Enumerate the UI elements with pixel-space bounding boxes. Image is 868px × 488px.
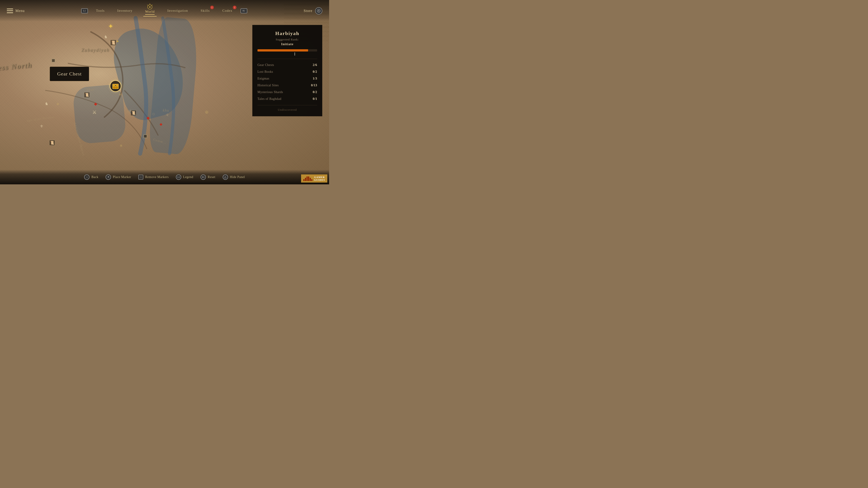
nav-investigation[interactable]: Investigation — [161, 7, 194, 14]
gg-bar-6 — [311, 179, 312, 181]
mysterious-shards-value: 0/2 — [313, 90, 317, 94]
nav-world-label: World — [145, 10, 155, 15]
gg-bar-3 — [307, 176, 308, 181]
gear-chest-marker[interactable] — [110, 80, 121, 92]
reset-action[interactable]: R3 Reset — [200, 174, 215, 180]
progress-fill — [257, 49, 308, 52]
nav-tools[interactable]: Tools — [90, 7, 111, 14]
compass-star-icon: ✦ — [108, 23, 113, 30]
hide-panel-label: Hide Panel — [230, 175, 245, 179]
svg-rect-12 — [115, 85, 116, 86]
store-section[interactable]: Store — [304, 7, 322, 14]
progress-marker — [294, 53, 295, 56]
nav-codex[interactable]: ! Codex — [216, 7, 239, 14]
suggested-rank-label: Suggested Rank: — [257, 38, 317, 41]
gg-bar-1 — [303, 179, 305, 181]
menu-label: Menu — [16, 9, 25, 13]
enigmas-label: Enigmas — [257, 77, 270, 80]
nav-investigation-label: Investigation — [167, 9, 188, 13]
remove-markers-action[interactable]: □ Remove Markers — [138, 175, 168, 180]
historical-sites-value: 0/13 — [311, 84, 317, 87]
sharq-label: Shar — [86, 88, 95, 92]
circle-icon-3: ⊕ — [120, 144, 123, 148]
gear-chests-value: 2/6 — [313, 63, 317, 67]
l1-button[interactable]: L1 — [81, 8, 88, 13]
store-icon[interactable] — [315, 7, 322, 14]
bottom-action-bar: ○ Back ✕ Place Marker □ Remove Markers L… — [0, 170, 329, 184]
nav-skills-label: Skills — [201, 9, 210, 13]
skills-warning: ! — [210, 6, 214, 9]
gamer-guides-watermark: GAMERGUIDES — [301, 174, 327, 183]
legend-action[interactable]: L3 Legend — [176, 174, 193, 180]
svg-point-19 — [318, 10, 319, 11]
svg-point-17 — [149, 6, 151, 8]
nav-inventory[interactable]: Inventory — [111, 7, 139, 14]
back-button[interactable]: ○ — [84, 174, 90, 180]
book-icon-2[interactable]: 📜 — [84, 92, 90, 98]
gg-text: GAMERGUIDES — [314, 176, 325, 181]
stat-lost-books: Lost Books 0/2 — [257, 68, 317, 75]
place-marker-action[interactable]: ✕ Place Marker — [105, 174, 131, 180]
small-marker-2 — [144, 134, 147, 138]
reset-label: Reset — [208, 175, 215, 179]
store-label: Store — [304, 9, 312, 13]
r1-button[interactable]: R1 — [241, 8, 247, 13]
top-navigation: Menu L1 Tools Inventory World — [0, 0, 329, 22]
hide-panel-action[interactable]: △ Hide Panel — [223, 174, 245, 180]
nav-inventory-label: Inventory — [117, 9, 132, 13]
rank-value: Initiate — [257, 42, 317, 46]
horse-icon-1: ♞ — [104, 34, 107, 39]
lost-books-label: Lost Books — [257, 70, 273, 74]
spike-star-icon: ✳ — [119, 92, 122, 97]
gg-bar-4 — [308, 176, 309, 181]
gg-bar-5 — [310, 178, 311, 181]
bag-icon-2: ⬡ — [152, 112, 155, 116]
horse-icon-2: ♞ — [45, 101, 49, 106]
star-icon-1: ✦ — [116, 39, 119, 43]
lost-books-value: 0/2 — [313, 70, 317, 74]
codex-warning: ! — [233, 6, 237, 9]
menu-icon — [7, 8, 13, 13]
nav-world[interactable]: World — [139, 5, 161, 17]
stat-enigmas: Enigmas 1/3 — [257, 75, 317, 82]
undiscovered-label: Undiscovered — [257, 108, 317, 111]
historical-sites-label: Historical Sites — [257, 84, 279, 87]
gg-bars-icon — [303, 176, 312, 181]
circle-icon-2: ⊕ — [57, 102, 59, 106]
nav-skills[interactable]: ! Skills — [194, 7, 216, 14]
nav-tools-label: Tools — [96, 9, 105, 13]
stat-historical-sites: Historical Sites 0/13 — [257, 82, 317, 89]
legend-button[interactable]: L3 — [176, 174, 181, 180]
stat-gear-chests: Gear Chests 2/6 — [257, 62, 317, 68]
region-title: Harbiyah — [257, 31, 317, 36]
menu-section[interactable]: Menu — [7, 8, 25, 13]
circle-icon-1: ⊕ — [205, 109, 209, 115]
l1-button-wrapper: L1 — [81, 8, 88, 13]
tales-baghdad-value: 0/1 — [313, 97, 317, 101]
book-icon-1[interactable]: 📜 — [110, 40, 116, 45]
stat-tales-baghdad: Tales of Baghdad 0/1 — [257, 96, 317, 102]
region-info-panel: Harbiyah Suggested Rank: Initiate Gear C… — [252, 25, 322, 116]
place-marker-label: Place Marker — [113, 175, 131, 179]
small-marker-1 — [52, 59, 55, 62]
back-label: Back — [91, 175, 98, 179]
eagle-icon: ⚜ — [40, 124, 43, 129]
enigmas-value: 1/3 — [313, 77, 317, 80]
book-icon-3[interactable]: 📜 — [49, 140, 55, 145]
zubaydiyah-label: Zubaydiyah — [81, 47, 110, 53]
tales-baghdad-label: Tales of Baghdad — [257, 97, 281, 101]
gg-bar-2 — [305, 178, 306, 181]
assassin-icon: ⚔ — [92, 109, 97, 115]
nav-menu: L1 Tools Inventory World Investigation — [25, 5, 304, 17]
bag-icon-1: ⬡ — [127, 110, 130, 113]
legend-label: Legend — [183, 175, 193, 179]
gear-chests-label: Gear Chests — [257, 63, 274, 67]
world-ornament — [146, 3, 153, 10]
place-marker-button[interactable]: ✕ — [105, 174, 111, 180]
back-action[interactable]: ○ Back — [84, 174, 98, 180]
gear-chest-title: Gear Chest — [57, 71, 82, 77]
reset-button[interactable]: R3 — [200, 174, 206, 180]
hide-panel-button[interactable]: △ — [223, 174, 228, 180]
remove-markers-button[interactable]: □ — [138, 175, 143, 180]
r1-button-wrapper: R1 — [241, 8, 247, 13]
